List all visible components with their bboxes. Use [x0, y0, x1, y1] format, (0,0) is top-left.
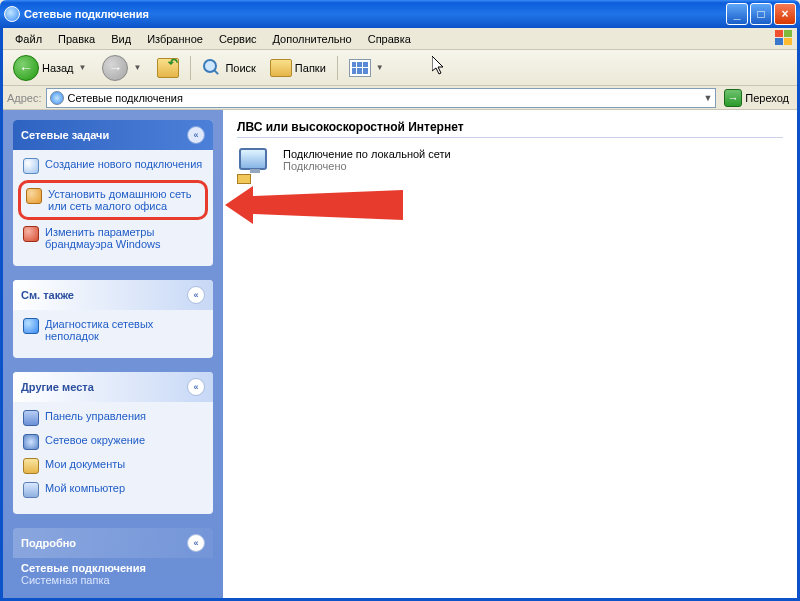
search-button[interactable]: Поиск: [196, 55, 261, 81]
folders-icon: [270, 59, 292, 77]
lan-connection-icon: [237, 148, 273, 184]
connection-name: Подключение по локальной сети: [283, 148, 451, 160]
window-icon: [4, 6, 20, 22]
connection-item-lan[interactable]: Подключение по локальной сети Подключено: [237, 148, 783, 184]
group-header-lan: ЛВС или высокоскоростной Интернет: [237, 120, 783, 138]
chevron-up-icon[interactable]: «: [187, 286, 205, 304]
panel-body-other-places: Панель управления Сетевое окружение Мои …: [13, 402, 213, 514]
address-dropdown-icon[interactable]: ▼: [703, 93, 712, 103]
panel-title-details: Подробно: [21, 537, 76, 549]
back-icon: ←: [13, 55, 39, 81]
up-button[interactable]: [151, 55, 185, 81]
address-input[interactable]: Сетевые подключения ▼: [46, 88, 717, 108]
folders-label: Папки: [295, 62, 326, 74]
back-dropdown-icon[interactable]: ▼: [77, 63, 89, 72]
control-panel-icon: [23, 410, 39, 426]
svg-rect-1: [784, 30, 792, 37]
search-label: Поиск: [225, 62, 255, 74]
task-new-connection-label: Создание нового подключения: [45, 158, 202, 174]
menu-view[interactable]: Вид: [103, 31, 139, 47]
menu-favorites[interactable]: Избранное: [139, 31, 211, 47]
place-network-label: Сетевое окружение: [45, 434, 145, 450]
content-area: Сетевые задачи « Создание нового подключ…: [3, 110, 797, 598]
menu-tools[interactable]: Сервис: [211, 31, 265, 47]
back-label: Назад: [42, 62, 74, 74]
task-diagnostics[interactable]: Диагностика сетевых неполадок: [23, 318, 203, 342]
panel-body-tasks: Создание нового подключения Установить д…: [13, 150, 213, 266]
window-body: Файл Правка Вид Избранное Сервис Дополни…: [0, 28, 800, 601]
details-name: Сетевые подключения: [21, 562, 205, 574]
back-button[interactable]: ← Назад ▼: [7, 52, 94, 84]
place-control-panel[interactable]: Панель управления: [23, 410, 203, 426]
task-firewall[interactable]: Изменить параметры брандмауэра Windows: [23, 226, 203, 250]
panel-title-other-places: Другие места: [21, 381, 94, 393]
task-new-connection[interactable]: Создание нового подключения: [23, 158, 203, 174]
menu-edit[interactable]: Правка: [50, 31, 103, 47]
panel-header-see-also[interactable]: См. также «: [13, 280, 213, 310]
toolbar-separator-2: [337, 56, 338, 80]
panel-header-details[interactable]: Подробно «: [13, 528, 213, 558]
panel-see-also: См. также « Диагностика сетевых неполадо…: [13, 280, 213, 358]
folders-button[interactable]: Папки: [264, 56, 332, 80]
address-bar: Адрес: Сетевые подключения ▼ → Переход: [3, 86, 797, 110]
window-title: Сетевые подключения: [24, 8, 724, 20]
panel-network-tasks: Сетевые задачи « Создание нового подключ…: [13, 120, 213, 266]
folder-up-icon: [157, 58, 179, 78]
forward-button[interactable]: → ▼: [96, 52, 149, 84]
svg-rect-2: [775, 38, 783, 45]
panel-header-tasks[interactable]: Сетевые задачи «: [13, 120, 213, 150]
maximize-button[interactable]: □: [750, 3, 772, 25]
toolbar: ← Назад ▼ → ▼ Поиск Папки ▼: [3, 50, 797, 86]
go-icon: →: [724, 89, 742, 107]
place-my-computer[interactable]: Мой компьютер: [23, 482, 203, 498]
views-dropdown-icon[interactable]: ▼: [374, 63, 386, 72]
place-documents-label: Мои документы: [45, 458, 125, 474]
views-icon: [349, 59, 371, 77]
my-computer-icon: [23, 482, 39, 498]
views-button[interactable]: ▼: [343, 56, 392, 80]
place-my-computer-label: Мой компьютер: [45, 482, 125, 498]
chevron-up-icon[interactable]: «: [187, 126, 205, 144]
panel-body-see-also: Диагностика сетевых неполадок: [13, 310, 213, 358]
toolbar-separator: [190, 56, 191, 80]
details-info: Сетевые подключения Системная папка: [13, 558, 213, 596]
home-network-icon: [26, 188, 42, 204]
connection-text: Подключение по локальной сети Подключено: [283, 148, 451, 172]
address-icon: [50, 91, 64, 105]
menu-bar: Файл Правка Вид Избранное Сервис Дополни…: [3, 28, 797, 50]
close-button[interactable]: ×: [774, 3, 796, 25]
my-documents-icon: [23, 458, 39, 474]
panel-details: Подробно « Сетевые подключения Системная…: [13, 528, 213, 596]
task-diagnostics-label: Диагностика сетевых неполадок: [45, 318, 203, 342]
task-firewall-label: Изменить параметры брандмауэра Windows: [45, 226, 203, 250]
network-places-icon: [23, 434, 39, 450]
windows-flag-icon: [775, 30, 793, 46]
place-documents[interactable]: Мои документы: [23, 458, 203, 474]
new-connection-icon: [23, 158, 39, 174]
go-button[interactable]: → Переход: [720, 87, 793, 109]
diagnostics-icon: [23, 318, 39, 334]
search-icon: [202, 58, 222, 78]
task-home-network-label: Установить домашнюю сеть или сеть малого…: [48, 188, 200, 212]
details-type: Системная папка: [21, 574, 205, 586]
address-value: Сетевые подключения: [68, 92, 183, 104]
panel-header-other-places[interactable]: Другие места «: [13, 372, 213, 402]
menu-extra[interactable]: Дополнительно: [265, 31, 360, 47]
firewall-icon: [23, 226, 39, 242]
place-control-panel-label: Панель управления: [45, 410, 146, 426]
address-label: Адрес:: [7, 92, 42, 104]
sidebar: Сетевые задачи « Создание нового подключ…: [3, 110, 223, 598]
task-home-network[interactable]: Установить домашнюю сеть или сеть малого…: [18, 180, 208, 220]
menu-file[interactable]: Файл: [7, 31, 50, 47]
minimize-button[interactable]: _: [726, 3, 748, 25]
svg-rect-3: [784, 38, 792, 45]
panel-other-places: Другие места « Панель управления Сетевое…: [13, 372, 213, 514]
place-network[interactable]: Сетевое окружение: [23, 434, 203, 450]
chevron-up-icon[interactable]: «: [187, 378, 205, 396]
menu-help[interactable]: Справка: [360, 31, 419, 47]
forward-dropdown-icon[interactable]: ▼: [131, 63, 143, 72]
main-pane[interactable]: ЛВС или высокоскоростной Интернет Подклю…: [223, 110, 797, 598]
forward-icon: →: [102, 55, 128, 81]
title-bar: Сетевые подключения _ □ ×: [0, 0, 800, 28]
chevron-up-icon[interactable]: «: [187, 534, 205, 552]
